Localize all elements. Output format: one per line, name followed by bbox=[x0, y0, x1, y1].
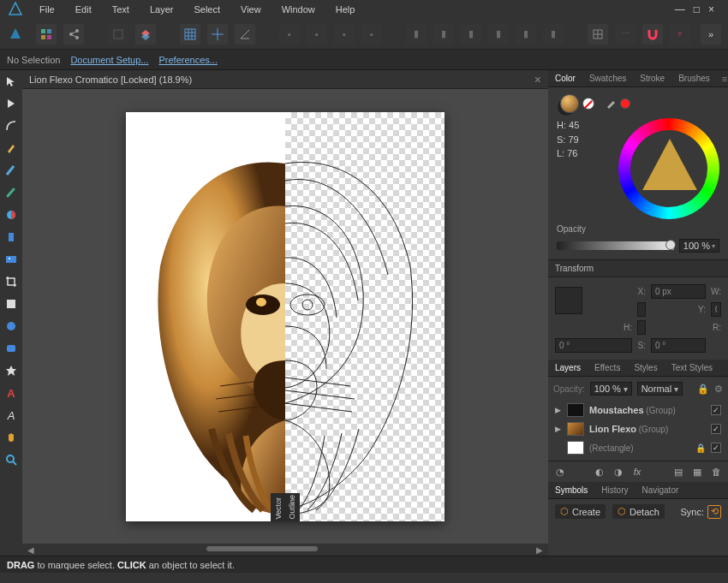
brush-tool[interactable] bbox=[3, 185, 19, 200]
artistic-text-tool[interactable]: A bbox=[3, 408, 19, 423]
opacity-field[interactable]: 100 %▾ bbox=[679, 239, 719, 253]
tab-color[interactable]: Color bbox=[548, 71, 582, 86]
opacity-slider[interactable] bbox=[557, 241, 674, 250]
zoom-tool[interactable] bbox=[3, 452, 19, 467]
tab-history[interactable]: History bbox=[594, 483, 635, 497]
recent-color-swatch[interactable] bbox=[620, 98, 630, 109]
snap-options-button[interactable]: ⋯ bbox=[615, 24, 636, 45]
h-field[interactable] bbox=[637, 320, 646, 335]
y-field[interactable] bbox=[711, 302, 721, 317]
layer-opacity-field[interactable]: 100 % ▾ bbox=[590, 382, 632, 396]
preferences-link[interactable]: Preferences... bbox=[158, 55, 217, 65]
tab-brushes[interactable]: Brushes bbox=[671, 71, 717, 86]
guides-button[interactable] bbox=[207, 24, 228, 45]
layer-visibility-checkbox[interactable] bbox=[711, 443, 721, 453]
window-minimize-button[interactable]: — bbox=[675, 3, 685, 15]
add-pixel-layer-icon[interactable]: ▦ bbox=[690, 465, 704, 479]
grid-button[interactable] bbox=[180, 24, 200, 45]
fill-swatch[interactable] bbox=[560, 94, 579, 113]
layer-row[interactable]: ▶ Moustaches (Group) bbox=[553, 401, 723, 419]
window-maximize-button[interactable]: □ bbox=[694, 3, 700, 15]
layer-twisty[interactable]: ▶ bbox=[555, 406, 562, 414]
corner-tool[interactable] bbox=[3, 118, 19, 134]
snap-grid-button[interactable] bbox=[588, 24, 608, 45]
align-center-button[interactable]: ▮ bbox=[433, 24, 454, 45]
x-field[interactable] bbox=[651, 284, 706, 299]
align-bottom-button[interactable]: ▮ bbox=[543, 24, 564, 45]
pen-tool[interactable] bbox=[3, 140, 19, 156]
horizontal-scrollbar[interactable]: ◀ ▶ bbox=[22, 544, 548, 556]
share-button[interactable] bbox=[63, 24, 84, 45]
tab-text-styles[interactable]: Text Styles bbox=[665, 360, 719, 375]
window-close-button[interactable]: × bbox=[708, 3, 714, 15]
menu-view[interactable]: View bbox=[230, 2, 272, 17]
tab-layers[interactable]: Layers bbox=[548, 360, 588, 375]
layers-gear-icon[interactable]: ⚙ bbox=[714, 384, 723, 395]
fill-tool[interactable] bbox=[3, 207, 19, 223]
transform-anchor[interactable] bbox=[555, 287, 582, 314]
transparency-tool[interactable] bbox=[3, 229, 19, 245]
pan-tool[interactable] bbox=[3, 430, 19, 445]
stroke-swatch[interactable] bbox=[582, 98, 594, 110]
tab-navigator[interactable]: Navigator bbox=[635, 483, 685, 497]
align-right-button[interactable]: ▮ bbox=[461, 24, 481, 45]
layers-lock-icon[interactable]: 🔒 bbox=[697, 384, 709, 395]
add-layer-icon[interactable]: ▤ bbox=[671, 465, 685, 479]
align-middle-button[interactable]: ▮ bbox=[516, 24, 536, 45]
delete-layer-icon[interactable]: 🗑 bbox=[709, 465, 723, 479]
picker-icon[interactable] bbox=[605, 98, 617, 110]
align-left-button[interactable]: ▮ bbox=[406, 24, 427, 45]
layer-visibility-checkbox[interactable] bbox=[711, 424, 721, 434]
clip-button[interactable] bbox=[108, 24, 128, 45]
menu-select[interactable]: Select bbox=[183, 2, 230, 17]
mask-icon[interactable]: ◐ bbox=[593, 465, 606, 479]
scroll-thumb[interactable] bbox=[206, 546, 318, 551]
tab-styles[interactable]: Styles bbox=[627, 360, 664, 375]
scroll-left-button[interactable]: ◀ bbox=[24, 544, 38, 556]
document-setup-link[interactable]: Document Setup... bbox=[70, 55, 148, 65]
view-mode-button[interactable] bbox=[36, 24, 57, 45]
star-tool[interactable] bbox=[3, 363, 19, 378]
layer-row[interactable]: ▶ (Rectangle) 🔒 bbox=[553, 438, 723, 457]
adjustment-icon[interactable]: ◑ bbox=[612, 465, 625, 479]
pencil-tool[interactable] bbox=[3, 163, 19, 178]
toolbar-overflow-button[interactable]: » bbox=[701, 24, 721, 45]
menu-edit[interactable]: Edit bbox=[65, 2, 102, 17]
layer-twisty[interactable]: ▶ bbox=[555, 425, 562, 433]
order-forward-button[interactable]: ▪ bbox=[334, 24, 355, 45]
s-field[interactable] bbox=[651, 338, 706, 353]
order-back-button[interactable]: ▪ bbox=[279, 24, 300, 45]
layer-row[interactable]: ▶ Lion Flexo (Group) bbox=[553, 419, 723, 438]
w-field[interactable] bbox=[637, 302, 646, 317]
detach-symbol-button[interactable]: ⬡Detach bbox=[612, 504, 665, 519]
persona-icon[interactable] bbox=[7, 26, 24, 43]
r-field[interactable] bbox=[555, 338, 632, 353]
move-tool[interactable] bbox=[3, 74, 19, 89]
document-close-button[interactable]: × bbox=[534, 73, 541, 86]
tab-effects[interactable]: Effects bbox=[588, 360, 627, 375]
rounded-rect-tool[interactable] bbox=[3, 341, 19, 356]
crop-tool[interactable] bbox=[3, 274, 19, 289]
order-front-button[interactable]: ▪ bbox=[361, 24, 382, 45]
snap-magnet-button[interactable] bbox=[642, 24, 663, 45]
viewport[interactable]: Vector Outline bbox=[22, 89, 548, 544]
place-image-tool[interactable] bbox=[3, 252, 19, 267]
fx-icon[interactable]: fx bbox=[630, 465, 644, 479]
tab-symbols[interactable]: Symbols bbox=[548, 483, 594, 497]
node-tool[interactable] bbox=[3, 96, 19, 111]
color-panel-menu[interactable]: ≡ bbox=[717, 74, 728, 84]
tab-stroke[interactable]: Stroke bbox=[633, 71, 671, 86]
axis-button[interactable] bbox=[235, 24, 255, 45]
menu-text[interactable]: Text bbox=[102, 2, 140, 17]
lock-icon[interactable]: 🔒 bbox=[695, 443, 706, 453]
transform-panel-header[interactable]: Transform bbox=[548, 259, 728, 277]
layers-button[interactable] bbox=[135, 24, 156, 45]
snap-chevron-button[interactable]: ▾ bbox=[670, 24, 690, 45]
order-backward-button[interactable]: ▪ bbox=[307, 24, 327, 45]
menu-help[interactable]: Help bbox=[325, 2, 366, 17]
sync-toggle[interactable]: Sync:⟲ bbox=[680, 505, 721, 519]
menu-file[interactable]: File bbox=[29, 2, 65, 17]
layer-visibility-checkbox[interactable] bbox=[711, 405, 721, 415]
ellipse-tool[interactable] bbox=[3, 318, 19, 334]
align-top-button[interactable]: ▮ bbox=[488, 24, 509, 45]
